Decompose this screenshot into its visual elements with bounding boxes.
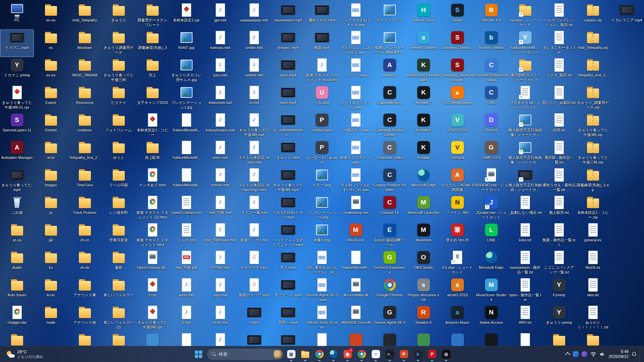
desktop-icon[interactable]: zh-cn bbox=[68, 222, 102, 249]
desktop-icon[interactable] bbox=[136, 332, 169, 346]
wifi-icon[interactable] bbox=[590, 352, 596, 357]
desktop-icon[interactable]: きゅうり食ってた午後3時.zip bbox=[576, 112, 610, 139]
desktop-icon[interactable]: rajio.mid bbox=[203, 277, 237, 304]
desktop-icon[interactable]: きゅうり_調査用データ.zip bbox=[576, 84, 610, 112]
desktop-icon[interactable]: aAmazon Music bbox=[440, 304, 474, 332]
desktop-icon[interactable]: manisekarin.mp4 bbox=[271, 2, 305, 29]
desktop-icon[interactable]: 新しいフォルダー (2) bbox=[102, 304, 136, 332]
desktop-icon[interactable]: きゅうり食ってた午後3時-01.cpr bbox=[0, 84, 34, 112]
taskbar-icon-widgets-app[interactable]: ▣ bbox=[284, 347, 298, 362]
desktop-icon[interactable]: MMoZA.exe bbox=[339, 222, 373, 249]
desktop-icon[interactable]: CCrypton Product Installer bbox=[373, 167, 407, 194]
desktop-icon[interactable]: sirofo.mid bbox=[203, 304, 237, 332]
desktop-icon[interactable]: 筆筆まめ Ver.28 bbox=[440, 222, 474, 249]
desktop-icon[interactable]: ニコニコバックアップ一覧.txt bbox=[542, 249, 576, 277]
desktop-icon[interactable]: OpenCvSharp.dll... bbox=[136, 249, 169, 277]
taskbar-icon-browser-profile[interactable] bbox=[355, 347, 368, 362]
desktop-icon[interactable] bbox=[542, 332, 576, 346]
desktop-icon[interactable]: general.ini bbox=[576, 222, 610, 249]
desktop-icon[interactable]: Nノートン 360 bbox=[440, 194, 474, 222]
desktop-icon[interactable]: WIFI.txt bbox=[508, 304, 542, 332]
desktop-icon[interactable]: 羽尻へ.mp4 bbox=[271, 304, 305, 332]
desktop-icon[interactable]: akis.txt bbox=[576, 277, 610, 304]
desktop-icon[interactable]: プレゼンテーション1.png bbox=[305, 194, 339, 222]
desktop-icon[interactable]: SSteam bbox=[440, 2, 474, 29]
desktop-icon[interactable]: cubase.zip bbox=[576, 2, 610, 29]
desktop-icon[interactable]: 調査練習(失敗)_3 bbox=[136, 29, 169, 57]
desktop-icon[interactable]: ↗万引きメモ.txt - ショートカット bbox=[508, 84, 542, 112]
desktop-icon[interactable]: 最新 bbox=[102, 249, 136, 277]
desktop-icon[interactable]: 調査練習(失敗)_3.zip bbox=[576, 167, 610, 194]
taskbar-clock[interactable]: 5:49 2025/09/22 bbox=[608, 349, 629, 359]
desktop-icon[interactable]: GGeForce Experience bbox=[373, 249, 407, 277]
desktop-icon[interactable]: Pおーばーまにあ.ppsf bbox=[305, 139, 339, 167]
desktop-icon[interactable]: DDiscord bbox=[474, 112, 508, 139]
desktop-icon[interactable]: id-id bbox=[34, 139, 68, 167]
desktop-icon[interactable]: Auto Saves bbox=[0, 277, 34, 304]
taskbar-icon-chatgpt[interactable]: ◎ bbox=[439, 347, 453, 362]
tray-app-icon-2[interactable] bbox=[582, 351, 587, 357]
desktop-icon[interactable]: きゅうり食ってた.mp4 bbox=[0, 167, 34, 194]
desktop-icon[interactable]: イカマニ.mp4 bbox=[0, 29, 34, 57]
desktop-icon[interactable]: bBrother Utilities bbox=[474, 29, 508, 57]
desktop-icon[interactable]: レジ袋有料 bbox=[102, 194, 136, 222]
desktop-icon[interactable]: Resources bbox=[68, 84, 102, 112]
desktop-icon[interactable]: きゅうり食ってた午後三時.zip bbox=[576, 139, 610, 167]
desktop-icon[interactable]: きゅうり.mp4 bbox=[271, 139, 305, 167]
desktop-icon[interactable]: ずんだもん＿しおかぜふ.wav bbox=[339, 29, 373, 57]
desktop-icon[interactable]: Export bbox=[34, 84, 68, 112]
desktop-icon[interactable]: 通知うぜえ.mp4 bbox=[305, 2, 339, 29]
desktop-icon[interactable]: VVoiSona bbox=[440, 139, 474, 167]
desktop-icon[interactable] bbox=[305, 332, 339, 346]
desktop-icon[interactable]: LLINE bbox=[474, 222, 508, 249]
desktop-icon[interactable]: Mixdown bbox=[68, 29, 102, 57]
desktop-icon[interactable]: だれもFXUれたやつ.mp4 bbox=[271, 194, 305, 222]
desktop-icon[interactable]: 小銭詰まり.wav bbox=[339, 112, 373, 139]
desktop-icon[interactable]: NNative Access bbox=[474, 304, 508, 332]
desktop-icon[interactable]: 新規 テキスト ドキュメント.musicxml bbox=[305, 57, 339, 84]
desktop-icon[interactable]: meroin.mid bbox=[203, 167, 237, 194]
desktop-icon[interactable]: jijii bbox=[34, 222, 68, 249]
desktop-icon[interactable]: タイトル未設定, tempo.mid bbox=[237, 139, 271, 167]
desktop-icon[interactable]: teion.mp4 bbox=[271, 84, 305, 112]
taskbar-icon-presentation-app[interactable]: P bbox=[397, 347, 411, 362]
desktop-icon[interactable]: YukkuriMovieM... bbox=[169, 139, 203, 167]
desktop-icon[interactable]: open - 親作品一覧.txt bbox=[508, 277, 542, 304]
desktop-icon[interactable]: ポリリリリズム bbox=[373, 2, 407, 29]
desktop-icon[interactable]: midi_Telepathy.zip bbox=[576, 29, 610, 57]
desktop-icon[interactable]: MoZA.ini bbox=[576, 249, 610, 277]
desktop-icon[interactable]: KKontakt 7 bbox=[407, 84, 440, 112]
tray-chevron-up-icon[interactable] bbox=[565, 352, 570, 357]
desktop-icon[interactable]: KKontakt bbox=[407, 139, 440, 167]
desktop-icon[interactable]: 新規 テキスト ドキュメント (2).html bbox=[136, 194, 169, 222]
taskbar-icon-app-b[interactable]: b bbox=[411, 347, 425, 362]
desktop-icon[interactable]: バスドラ.wav bbox=[339, 57, 373, 84]
desktop-icon[interactable]: GGIMP 3.0.4 bbox=[474, 139, 508, 167]
desktop-icon[interactable]: ↗無人販売不正行為画像 - ショートカット bbox=[508, 139, 542, 167]
desktop-icon[interactable]: ar-sa bbox=[0, 222, 34, 249]
desktop-icon[interactable]: 無題 - 親作品一覧.txt bbox=[542, 222, 576, 249]
desktop-icon[interactable]: AActivation Manager bbox=[0, 139, 34, 167]
desktop-icon[interactable]: 売上 bbox=[136, 57, 169, 84]
desktop-icon[interactable]: Telepathy_Inst_2... bbox=[576, 57, 610, 84]
desktop-icon[interactable]: 調査用データテンプレート bbox=[136, 2, 169, 29]
weather-widget[interactable]: 28°C くもりのち晴れ bbox=[3, 348, 46, 360]
desktop-icon[interactable]: GGroove Agent SE 5 bbox=[373, 304, 407, 332]
desktop-icon[interactable]: mero.mid bbox=[203, 139, 237, 167]
desktop-icon[interactable]: 答え知っててもむずいわこれ.wav bbox=[339, 167, 373, 194]
desktop-icon[interactable]: きゅうりポカコレ用サムネ.jpg bbox=[169, 57, 203, 84]
taskbar-icon-google-chrome[interactable] bbox=[313, 347, 326, 362]
taskbar-icon-notification-app[interactable]: ◉2 bbox=[341, 347, 354, 362]
desktop-icon[interactable]: CCakewalk Product Center bbox=[373, 112, 407, 139]
desktop-icon[interactable]: umibet.mid bbox=[237, 57, 271, 84]
desktop-icon[interactable]: 井上ドラム.mp4 bbox=[271, 277, 305, 304]
desktop-icon[interactable]: b.mid bbox=[169, 304, 203, 332]
desktop-icon[interactable]: かるー.png bbox=[305, 167, 339, 194]
desktop-icon[interactable]: メドレー風.mid bbox=[237, 194, 271, 222]
desktop-icon[interactable]: ごみ箱 bbox=[0, 194, 34, 222]
desktop-icon[interactable]: 井上.mp4 bbox=[271, 249, 305, 277]
desktop-icon[interactable]: Track Pictures bbox=[68, 194, 102, 222]
desktop-icon[interactable] bbox=[237, 332, 271, 346]
desktop-icon[interactable]: OpenCvSharp.xml bbox=[169, 194, 203, 222]
desktop-icon[interactable] bbox=[508, 332, 542, 346]
